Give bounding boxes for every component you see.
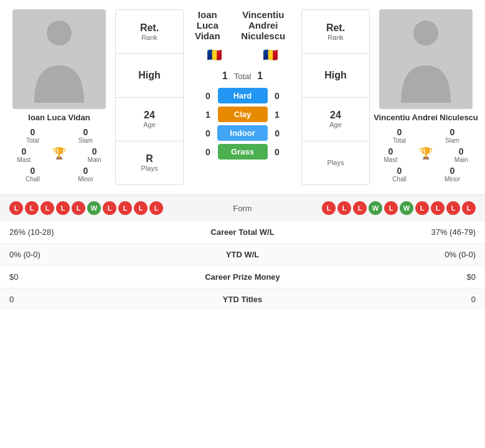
right-middle-stats: Ret. Rank High 24 Age Plays: [301, 9, 370, 185]
right-rank-cell: Ret. Rank: [302, 10, 369, 54]
right-player-name: Vincentiu Andrei Niculescu: [374, 113, 478, 122]
left-player-card: Ioan Luca Vidan 0 Total 0 Slam 0 Mast: [6, 9, 112, 185]
clay-right-score: 1: [273, 110, 282, 120]
clay-button: Clay: [218, 107, 268, 122]
right-trophy-icon: 🏆: [419, 146, 433, 160]
left-rank-label: Rank: [141, 34, 158, 41]
stats-row-ytd-titles: 0 YTD Titles 0: [0, 288, 485, 310]
form-badge-r8: L: [462, 201, 476, 215]
left-plays-label: Plays: [141, 164, 158, 172]
left-total-score: 1: [222, 70, 228, 82]
left-chall-value: 0: [31, 166, 35, 176]
right-plays-label: Plays: [327, 159, 344, 166]
hard-button: Hard: [218, 88, 268, 103]
center-section: Ioan LucaVidan Vincentiu AndreiNiculescu…: [187, 9, 298, 185]
left-chall-label: Chall: [26, 176, 40, 183]
left-high-cell: High: [116, 54, 183, 97]
clay-left-score: 1: [204, 110, 213, 120]
form-section: L L L L L W L L L L Form L L L W L W L L…: [0, 194, 485, 221]
left-age-cell: 24 Age: [116, 98, 183, 141]
form-badge-rw1: W: [369, 201, 382, 215]
surface-row-hard: 0 Hard 0: [187, 88, 298, 103]
left-slam-label: Slam: [78, 137, 93, 144]
left-trophy-icon: 🏆: [52, 146, 66, 160]
total-row: 1 Total 1: [187, 70, 298, 82]
right-rank-label: Rank: [327, 34, 344, 41]
left-age-value: 24: [144, 110, 155, 121]
form-badge-l6: L: [103, 201, 116, 215]
stats-table: 26% (10-28) Career Total W/L 37% (46-79)…: [0, 221, 485, 310]
career-total-label: Career Total W/L: [165, 227, 321, 237]
left-mast-label: Mast: [17, 156, 31, 163]
career-prize-left: $0: [9, 272, 165, 282]
ytd-titles-right: 0: [320, 295, 476, 304]
right-plays-cell: Plays: [302, 141, 369, 184]
form-badge-r7: L: [446, 201, 460, 215]
ytd-wl-label: YTD W/L: [165, 250, 321, 259]
left-mast-value: 0: [21, 146, 26, 156]
hard-left-score: 0: [204, 91, 213, 101]
left-rank-value: Ret.: [140, 22, 159, 34]
left-player-stats: 0 Total 0 Slam 0 Mast 🏆: [6, 127, 112, 185]
career-total-right: 37% (46-79): [320, 227, 476, 237]
left-rank-cell: Ret. Rank: [116, 10, 183, 54]
form-left: L L L L L W L L L L: [9, 201, 215, 215]
stats-row-career-total: 26% (10-28) Career Total W/L 37% (46-79): [0, 221, 485, 244]
left-plays-value: R: [146, 153, 153, 164]
right-slam-value: 0: [450, 127, 455, 137]
left-plays-cell: R Plays: [116, 141, 183, 184]
form-badge-w1: W: [87, 201, 101, 215]
right-high-cell: High: [302, 54, 369, 97]
right-slam-label: Slam: [445, 137, 459, 144]
left-slam-value: 0: [83, 127, 88, 137]
right-minor-value: 0: [450, 166, 455, 176]
grass-button: Grass: [218, 144, 268, 160]
right-mast-value: 0: [388, 146, 393, 156]
right-main-value: 0: [459, 146, 464, 156]
indoor-right-score: 0: [273, 128, 282, 138]
left-main-label: Main: [88, 156, 101, 163]
left-player-avatar: [12, 9, 106, 109]
left-middle-stats: Ret. Rank High 24 Age R Plays: [115, 9, 184, 185]
right-total-label: Total: [393, 137, 406, 144]
career-prize-label: Career Prize Money: [165, 272, 321, 282]
form-badge-l5: L: [72, 201, 85, 215]
form-badge-r4: L: [384, 201, 398, 215]
form-badge-r6: L: [431, 201, 445, 215]
grass-right-score: 0: [273, 147, 282, 157]
svg-point-0: [47, 21, 72, 45]
form-badge-l9: L: [149, 201, 163, 215]
right-player-avatar: [379, 9, 473, 109]
indoor-left-score: 0: [203, 128, 212, 138]
left-high-value: High: [138, 70, 161, 81]
left-total-label: Total: [26, 137, 39, 144]
indoor-button: Indoor: [217, 125, 267, 141]
left-main-value: 0: [92, 146, 97, 156]
flags-row: 🇷🇴 🇷🇴: [187, 47, 298, 62]
grass-left-score: 0: [204, 147, 213, 157]
form-badge-l2: L: [25, 201, 39, 215]
right-total-score: 1: [257, 70, 263, 82]
form-badge-l8: L: [134, 201, 148, 215]
surface-row-grass: 0 Grass 0: [187, 144, 298, 160]
ytd-wl-left: 0% (0-0): [9, 250, 165, 259]
center-right-name: Vincentiu AndreiNiculescu: [228, 9, 298, 41]
hard-right-score: 0: [273, 91, 282, 101]
main-container: Ioan Luca Vidan 0 Total 0 Slam 0 Mast: [0, 0, 485, 310]
ytd-titles-left: 0: [9, 295, 165, 304]
surface-row-indoor: 0 Indoor 0: [187, 125, 298, 141]
right-chall-label: Chall: [392, 176, 407, 183]
form-badge-l3: L: [40, 201, 54, 215]
left-minor-value: 0: [83, 166, 88, 176]
form-badge-r3: L: [353, 201, 367, 215]
right-total-value: 0: [397, 127, 402, 137]
surface-row-clay: 1 Clay 1: [187, 107, 298, 122]
total-label: Total: [234, 72, 251, 81]
left-player-name: Ioan Luca Vidan: [28, 113, 90, 122]
form-badge-r2: L: [337, 201, 351, 215]
svg-point-1: [413, 21, 438, 45]
left-total-value: 0: [31, 127, 35, 137]
top-section: Ioan Luca Vidan 0 Total 0 Slam 0 Mast: [0, 0, 485, 194]
right-minor-label: Minor: [445, 176, 460, 183]
right-player-card: Vincentiu Andrei Niculescu 0 Total 0 Sla…: [373, 9, 479, 185]
